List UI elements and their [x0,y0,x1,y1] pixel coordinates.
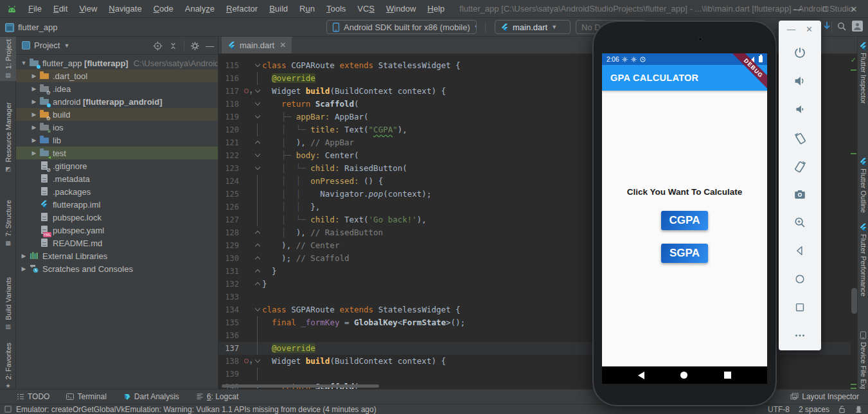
menu-file[interactable]: File [22,4,48,14]
tree-row-flutterapp-iml[interactable]: flutterapp.iml [16,198,218,211]
tree-row-test[interactable]: ▶◂test [16,147,218,159]
tree-row-ios[interactable]: ▶≡ios [16,121,218,134]
tool-strip-1-project[interactable]: 1: Project▤ [0,37,16,81]
tree-row-flutter-app[interactable]: ▼flutter_app [flutterapp]C:\Users\satya\… [16,57,218,69]
overriding-method-icon[interactable]: ↑ [243,85,253,98]
close-tab-icon[interactable]: ✕ [279,40,286,50]
menu-vcs[interactable]: VCS [351,4,380,14]
emulator-overview-button[interactable] [786,294,814,320]
locate-file-icon[interactable] [153,41,163,51]
toolwindow-todo[interactable]: TODO [17,392,49,401]
cgpa-button[interactable]: CGPA [661,211,709,230]
overriding-method-icon[interactable]: ↑ [243,355,253,368]
emulator-close-button[interactable]: ✕ [806,24,813,34]
emulator-back-button[interactable] [786,238,814,264]
search-everywhere-icon[interactable] [837,21,847,32]
toolwindow-terminal[interactable]: Terminal [66,392,106,401]
menu-analyze[interactable]: Analyze [179,4,220,14]
tool-strip-build-variants[interactable]: Build Variants▥ [0,274,16,332]
module-breadcrumb[interactable]: flutter_app [5,21,57,34]
vertical-scrollbar[interactable] [851,288,857,314]
layout-inspector-button[interactable]: Layout Inspector [790,392,859,401]
tool-strip-resource-manager[interactable]: Resource Manager◩ [0,100,16,175]
menu-help[interactable]: Help [421,4,450,14]
emulator-screen[interactable]: 2:06 GPA CALCULATOR Click You Want To Ca… [602,53,767,384]
toolwindow-6-logcat[interactable]: 6: Logcat [196,392,238,401]
emulator-rotate-right-button[interactable] [786,153,814,179]
fold-marker[interactable] [253,111,262,123]
collapse-all-icon[interactable] [168,41,178,51]
fold-marker[interactable] [253,59,262,72]
avatar[interactable] [852,21,863,32]
tab-main-dart[interactable]: main.dart ✕ [222,37,292,53]
tree-expand-icon[interactable]: ▶ [30,98,38,105]
tree-row--metadata[interactable]: .metadata [16,172,218,185]
inspections-profile-icon[interactable] [855,405,863,413]
window-close-button[interactable]: ✕ [840,0,868,18]
emulator-volume-down-button[interactable] [786,96,814,122]
fold-marker[interactable] [253,252,262,265]
emulator-zoom-button[interactable] [786,210,814,235]
emulator-minimize-button[interactable]: — [787,24,795,34]
tree-expand-icon[interactable]: ▶ [30,73,38,79]
fold-marker[interactable] [253,226,262,239]
menu-edit[interactable]: Edit [48,4,73,14]
emulator-camera-button[interactable] [786,181,814,207]
tree-expand-icon[interactable]: ▶ [20,266,28,272]
indent-setting[interactable]: 2 spaces [799,405,829,414]
tree-row--gitignore[interactable]: ⊘.gitignore [16,159,218,172]
menu-code[interactable]: Code [148,4,179,14]
menu-navigate[interactable]: Navigate [103,4,147,14]
lock-icon[interactable] [838,405,846,413]
menu-tools[interactable]: Tools [321,4,351,14]
menu-refactor[interactable]: Refactor [220,4,263,14]
tree-expand-icon[interactable]: ▶ [20,253,28,259]
nav-back-icon[interactable] [638,372,644,379]
tree-row-lib[interactable]: ▶lib [16,134,218,147]
emulator-rotate-left-button[interactable] [786,125,814,150]
tree-row--packages[interactable]: .packages [16,185,218,198]
tree-row-external-libraries[interactable]: ▶External Libraries [16,249,218,262]
tree-expand-icon[interactable]: ▶ [30,124,38,130]
sgpa-button[interactable]: SGPA [661,244,708,263]
nav-home-icon[interactable] [680,372,687,379]
fold-marker[interactable] [253,98,262,111]
tool-strip-flutter-outline[interactable]: Flutter Outline [858,158,868,213]
run-config-selector[interactable]: main.dart ▼ [495,20,571,34]
emulator-home-button[interactable] [786,266,814,292]
fold-marker[interactable] [253,149,262,162]
fold-marker[interactable] [253,239,262,252]
window-maximize-button[interactable]: ☐ [811,0,840,18]
inspections-ok-icon[interactable]: ✓ [851,56,856,64]
tree-row--idea[interactable]: ▶⚙.idea [16,82,218,95]
fold-marker[interactable] [253,303,262,316]
tree-row-scratches-and-consoles[interactable]: ▶Scratches and Consoles [16,262,218,275]
tool-strip-flutter-inspector[interactable]: Flutter Inspector [858,42,868,104]
menu-run[interactable]: Run [294,4,321,14]
tree-expand-icon[interactable]: ▶ [30,111,38,118]
fold-marker[interactable] [253,265,262,278]
fold-marker[interactable] [253,278,262,291]
hide-panel-icon[interactable]: — [206,41,214,51]
emulator-volume-up-button[interactable] [786,68,814,94]
tree-row--dart-tool[interactable]: ▶.dart_tool [16,69,218,82]
menu-build[interactable]: Build [263,4,294,14]
file-encoding[interactable]: UTF-8 [768,405,790,414]
menu-view[interactable]: View [73,4,103,14]
menu-window[interactable]: Window [380,4,421,14]
project-view-selector[interactable]: Project ▼ [22,40,69,50]
toolwindow-dart-analysis[interactable]: Dart Analysis [123,392,179,401]
fold-marker[interactable] [253,355,262,368]
settings-gear-icon[interactable] [190,41,200,51]
horizontal-scrollbar[interactable] [222,384,379,388]
fold-marker[interactable] [253,85,262,98]
device-selector[interactable]: Android SDK built for x86 (mobile) ▼ [326,20,477,34]
tool-strip-2-favorites[interactable]: 2: Favorites★ [0,340,16,392]
tool-strip-flutter-performance[interactable]: Flutter Performance [858,223,868,296]
tool-strip-7-structure[interactable]: 7: Structure▦ [0,197,16,249]
tree-expand-icon[interactable]: ▶ [30,137,38,143]
tree-row-pubspec-yaml[interactable]: YMLpubspec.yaml [16,224,218,237]
tree-expand-icon[interactable]: ▶ [30,86,38,92]
status-message[interactable]: Emulator: createOrGetGlobalVkEmulation: … [16,405,376,414]
nav-overview-icon[interactable] [724,372,731,379]
